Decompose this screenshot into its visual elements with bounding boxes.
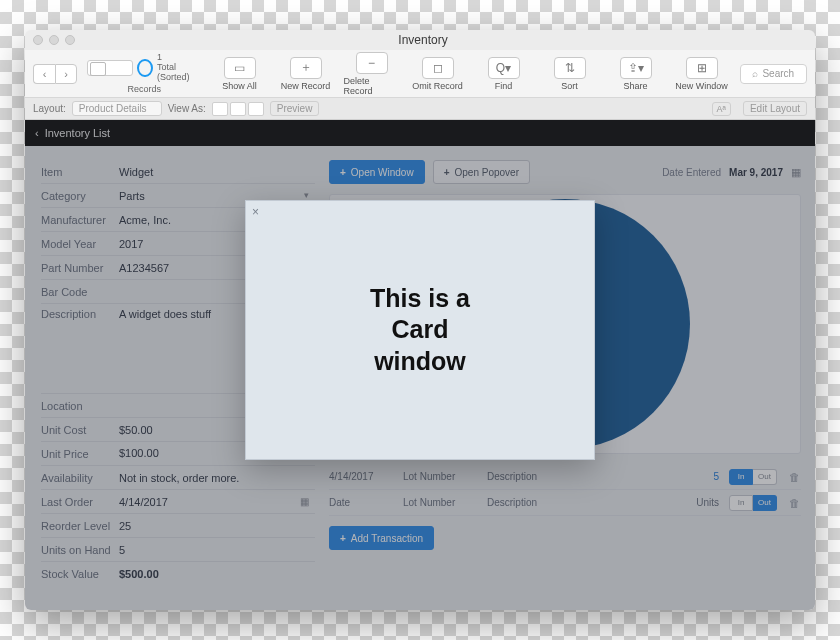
app-window: Inventory ‹ › 1 Total (Sorted) Records ▭…	[25, 30, 815, 610]
sort-button[interactable]: ⇅Sort	[542, 57, 598, 91]
new-record-button[interactable]: ＋New Record	[278, 57, 334, 91]
layout-bar: Layout: Product Details View As: Preview…	[25, 98, 815, 120]
records-group: 1 Total (Sorted) Records	[87, 53, 202, 94]
show-all-button[interactable]: ▭Show All	[212, 57, 268, 91]
new-window-button[interactable]: ⊞New Window	[674, 57, 730, 91]
omit-record-button[interactable]: ◻Omit Record	[410, 57, 466, 91]
search-icon: ⌕	[752, 68, 758, 79]
card-window: × This is a Card window	[245, 200, 595, 460]
edit-layout-button[interactable]: Edit Layout	[743, 101, 807, 116]
nav-back-button[interactable]: ‹	[33, 64, 55, 84]
find-button[interactable]: Q▾Find	[476, 57, 532, 91]
view-as-label: View As:	[168, 103, 206, 114]
titlebar: Inventory	[25, 30, 815, 50]
toolbar: ‹ › 1 Total (Sorted) Records ▭Show All ＋…	[25, 50, 815, 98]
nav-forward-button[interactable]: ›	[55, 64, 77, 84]
layout-label: Layout:	[33, 103, 66, 114]
record-status: Total (Sorted)	[157, 63, 202, 83]
window-title: Inventory	[39, 33, 807, 47]
view-mode-buttons[interactable]	[212, 102, 264, 116]
preview-button[interactable]: Preview	[270, 101, 320, 116]
records-label: Records	[128, 84, 162, 94]
search-input[interactable]: ⌕ Search	[740, 64, 807, 84]
delete-record-button[interactable]: −Delete Record	[344, 52, 400, 96]
nav-buttons[interactable]: ‹ ›	[33, 64, 77, 84]
share-button[interactable]: ⇪▾Share	[608, 57, 664, 91]
card-message: This is a Card window	[246, 201, 594, 459]
record-pie-icon	[137, 59, 153, 77]
text-size-button[interactable]: Aª	[712, 102, 731, 116]
record-slider[interactable]	[87, 60, 133, 76]
layout-select[interactable]: Product Details	[72, 101, 162, 116]
